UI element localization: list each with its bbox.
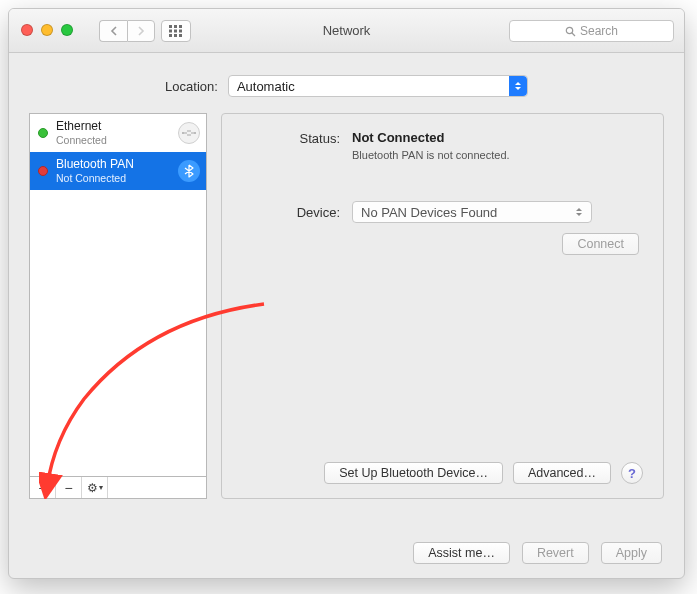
svg-point-12 [194,132,196,134]
status-value: Not Connected [352,130,643,145]
device-row: Device: No PAN Devices Found [242,201,643,223]
apply-button[interactable]: Apply [601,542,662,564]
search-placeholder: Search [580,24,618,38]
status-subtext: Bluetooth PAN is not connected. [352,149,643,161]
service-text: Ethernet Connected [56,120,107,146]
device-value: No PAN Devices Found [361,205,497,220]
device-popup[interactable]: No PAN Devices Found [352,201,592,223]
service-actions-button[interactable]: ⚙▾ [82,477,108,498]
add-service-button[interactable]: + [30,477,56,498]
ethernet-icon [178,122,200,144]
device-label: Device: [242,204,352,220]
popup-arrows-icon [573,202,585,222]
service-status: Connected [56,134,107,146]
advanced-button[interactable]: Advanced… [513,462,611,484]
plus-icon: + [38,480,46,496]
main-area: Ethernet Connected Bluetooth PAN Not Con… [9,97,684,499]
gear-icon: ⚙ [87,481,98,495]
status-row: Status: Not Connected Bluetooth PAN is n… [242,130,643,161]
assist-me-button[interactable]: Assist me… [413,542,510,564]
status-label: Status: [242,130,352,161]
popup-arrows-icon [509,76,527,96]
help-button[interactable]: ? [621,462,643,484]
service-list: Ethernet Connected Bluetooth PAN Not Con… [29,113,207,477]
connect-row: Connect [242,233,643,255]
service-text: Bluetooth PAN Not Connected [56,158,134,184]
device-value-block: No PAN Devices Found [352,201,643,223]
sidebar-footer: + − ⚙▾ [29,477,207,499]
network-preferences-window: Network Search Location: Automatic Ether… [8,8,685,579]
bluetooth-icon [178,160,200,182]
svg-line-10 [572,33,575,36]
minus-icon: − [64,480,72,496]
service-status: Not Connected [56,172,134,184]
location-value: Automatic [237,79,295,94]
footer-row: Assist me… Revert Apply [413,542,662,564]
sidebar: Ethernet Connected Bluetooth PAN Not Con… [29,113,207,499]
search-field[interactable]: Search [509,20,674,42]
status-value-block: Not Connected Bluetooth PAN is not conne… [352,130,643,161]
search-icon [565,26,576,37]
location-label: Location: [165,79,218,94]
service-item-bluetooth-pan[interactable]: Bluetooth PAN Not Connected [30,152,206,190]
connect-button[interactable]: Connect [562,233,639,255]
service-name: Ethernet [56,120,107,134]
location-row: Location: Automatic [9,75,684,97]
status-dot-green-icon [38,128,48,138]
service-name: Bluetooth PAN [56,158,134,172]
chevron-down-icon: ▾ [99,483,103,492]
location-popup[interactable]: Automatic [228,75,528,97]
svg-point-9 [566,27,572,33]
pane-bottom-row: Set Up Bluetooth Device… Advanced… ? [242,462,643,484]
service-item-ethernet[interactable]: Ethernet Connected [30,114,206,152]
svg-point-11 [182,132,184,134]
revert-button[interactable]: Revert [522,542,589,564]
detail-pane: Status: Not Connected Bluetooth PAN is n… [221,113,664,499]
setup-bluetooth-button[interactable]: Set Up Bluetooth Device… [324,462,503,484]
remove-service-button[interactable]: − [56,477,82,498]
status-dot-red-icon [38,166,48,176]
titlebar: Network Search [9,9,684,53]
